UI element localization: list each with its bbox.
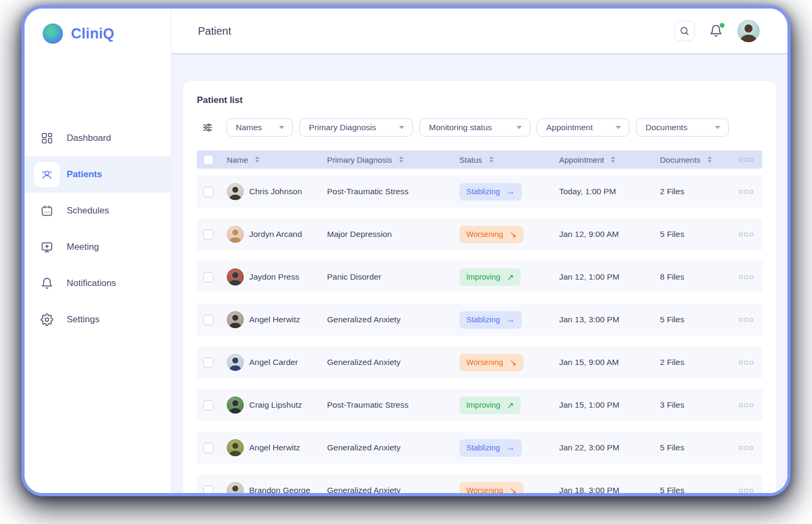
sort-icon[interactable] bbox=[489, 156, 493, 163]
sidebar: CliniQ Dashboard bbox=[25, 9, 171, 493]
topbar-actions bbox=[674, 20, 760, 42]
sidebar-item-schedules[interactable]: Schedules bbox=[25, 193, 171, 229]
appointment-cell: Today, 1:00 PM bbox=[559, 187, 660, 196]
sidebar-item-settings[interactable]: Settings bbox=[25, 301, 171, 338]
filter-label: Primary Diagnosis bbox=[309, 123, 376, 132]
avatar-silhouette bbox=[737, 20, 760, 42]
column-header-name: Name bbox=[227, 155, 248, 164]
table-row: Craig Lipshutz Post-Traumatic Stress Imp… bbox=[197, 389, 762, 421]
row-more-icon[interactable] bbox=[739, 233, 762, 236]
status-badge: Improving ↗ bbox=[459, 268, 521, 286]
filter-appointment[interactable]: Appointment bbox=[537, 118, 630, 137]
logo: CliniQ bbox=[25, 9, 171, 44]
sort-icon[interactable] bbox=[255, 156, 259, 163]
row-checkbox[interactable] bbox=[203, 272, 213, 282]
patient-list-card: Patient list Names bbox=[183, 81, 776, 493]
appointment-cell: Jan 12, 9:00 AM bbox=[559, 229, 660, 239]
sort-icon[interactable] bbox=[611, 156, 615, 163]
filter-label: Monitoring status bbox=[429, 123, 492, 132]
status-arrow-icon: → bbox=[506, 443, 515, 452]
filter-primary-diagnosis[interactable]: Primary Diagnosis bbox=[299, 118, 413, 137]
sidebar-item-label: Meeting bbox=[67, 242, 99, 252]
filter-names[interactable]: Names bbox=[226, 118, 293, 137]
filter-bar: Names Primary Diagnosis Monitoring statu… bbox=[197, 118, 762, 137]
patient-name: Angel Carder bbox=[249, 358, 298, 367]
appointment-cell: Jan 12, 1:00 PM bbox=[559, 272, 660, 282]
row-more-icon[interactable] bbox=[739, 489, 762, 493]
calendar-icon bbox=[34, 198, 60, 224]
filter-sliders-icon[interactable] bbox=[202, 121, 213, 134]
sort-icon[interactable] bbox=[399, 156, 403, 163]
status-arrow-icon: ↘ bbox=[510, 486, 516, 494]
row-more-icon[interactable] bbox=[739, 318, 762, 322]
sidebar-item-label: Patients bbox=[67, 169, 102, 180]
table-row: Angel Carder Generalized Anxiety Worseni… bbox=[197, 346, 762, 378]
row-checkbox[interactable] bbox=[203, 315, 213, 325]
patient-name: Jordyn Arcand bbox=[249, 229, 302, 239]
documents-cell: 3 Files bbox=[660, 400, 739, 410]
row-more-icon[interactable] bbox=[739, 361, 762, 364]
appointment-cell: Jan 13, 3:00 PM bbox=[559, 315, 660, 324]
avatar bbox=[227, 183, 244, 200]
row-more-icon[interactable] bbox=[739, 446, 762, 450]
bell-icon bbox=[34, 271, 60, 296]
meeting-icon bbox=[34, 234, 60, 260]
status-label: Improving bbox=[466, 401, 500, 409]
row-more-icon[interactable] bbox=[739, 403, 762, 407]
status-badge: Worsening ↘ bbox=[459, 226, 523, 243]
chevron-down-icon bbox=[616, 126, 621, 129]
table-row: Jaydon Press Panic Disorder Improving ↗ … bbox=[197, 261, 762, 293]
row-checkbox[interactable] bbox=[203, 187, 213, 197]
documents-cell: 2 Files bbox=[660, 358, 739, 367]
row-checkbox[interactable] bbox=[203, 400, 213, 410]
table-header-more-icon[interactable] bbox=[739, 158, 753, 162]
patient-diagnosis: Post-Traumatic Stress bbox=[327, 187, 459, 196]
appointment-cell: Jan 22, 3:00 PM bbox=[559, 443, 660, 452]
filter-label: Appointment bbox=[546, 123, 593, 132]
row-checkbox[interactable] bbox=[203, 229, 213, 240]
status-label: Stablizing bbox=[466, 187, 500, 196]
sidebar-item-patients[interactable]: Patients bbox=[25, 156, 171, 193]
sidebar-item-dashboard[interactable]: Dashboard bbox=[25, 120, 171, 156]
row-more-icon[interactable] bbox=[739, 190, 762, 194]
row-checkbox[interactable] bbox=[203, 486, 213, 494]
status-label: Improving bbox=[466, 273, 500, 281]
status-badge: Worsening ↘ bbox=[459, 354, 523, 371]
search-button[interactable] bbox=[674, 21, 695, 41]
search-icon bbox=[679, 25, 690, 37]
filter-label: Names bbox=[236, 123, 262, 132]
sidebar-item-notifications[interactable]: Notifications bbox=[25, 265, 171, 301]
status-label: Worsening bbox=[466, 358, 503, 367]
status-arrow-icon: ↗ bbox=[507, 272, 514, 282]
sort-icon[interactable] bbox=[707, 156, 712, 163]
chevron-down-icon bbox=[516, 126, 522, 129]
sidebar-item-meeting[interactable]: Meeting bbox=[25, 229, 171, 265]
patient-name: Angel Herwitz bbox=[249, 315, 300, 324]
card-title: Patient list bbox=[197, 95, 762, 106]
select-all-checkbox[interactable] bbox=[203, 155, 213, 165]
column-header-status: Status bbox=[459, 155, 482, 164]
column-header-documents: Documents bbox=[660, 155, 700, 164]
avatar bbox=[227, 354, 244, 371]
row-checkbox[interactable] bbox=[203, 443, 213, 453]
filter-monitoring-status[interactable]: Monitoring status bbox=[419, 118, 530, 137]
status-label: Stablizing bbox=[466, 443, 500, 452]
row-checkbox[interactable] bbox=[203, 358, 213, 368]
filter-documents[interactable]: Documents bbox=[636, 118, 729, 137]
row-more-icon[interactable] bbox=[739, 275, 762, 279]
table-row: Brandon George Generalized Anxiety Worse… bbox=[197, 474, 762, 493]
status-badge: Stablizing → bbox=[459, 183, 522, 201]
patient-name: Angel Herwitz bbox=[249, 443, 300, 452]
filter-label: Documents bbox=[646, 123, 687, 132]
sidebar-item-label: Dashboard bbox=[67, 133, 111, 144]
status-badge: Stablizing → bbox=[459, 439, 522, 457]
patient-table-body: Chris Johnson Post-Traumatic Stress Stab… bbox=[197, 176, 762, 493]
documents-cell: 5 Files bbox=[660, 486, 739, 493]
main-area: Patient bbox=[171, 9, 787, 493]
status-badge: Improving ↗ bbox=[459, 396, 521, 414]
patient-diagnosis: Panic Disorder bbox=[327, 272, 459, 282]
status-arrow-icon: → bbox=[506, 315, 515, 324]
appointment-cell: Jan 15, 1:00 PM bbox=[559, 400, 660, 410]
user-avatar[interactable] bbox=[737, 20, 760, 42]
notifications-button[interactable] bbox=[709, 24, 723, 38]
